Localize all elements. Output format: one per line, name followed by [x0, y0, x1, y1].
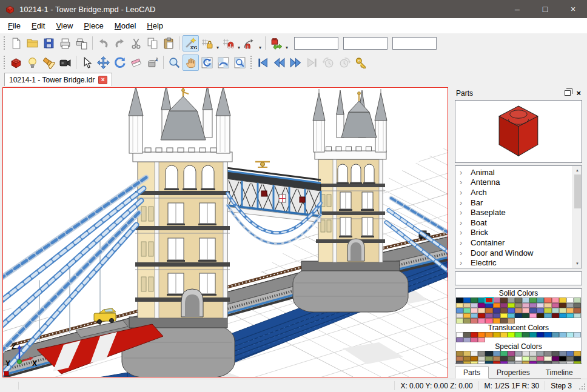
color-swatch[interactable] — [478, 318, 485, 324]
color-swatch[interactable] — [478, 351, 485, 356]
new-file-button[interactable] — [8, 35, 24, 51]
color-swatch[interactable] — [515, 297, 522, 303]
color-swatch[interactable] — [456, 297, 463, 303]
color-swatch[interactable] — [485, 332, 492, 337]
paste-button[interactable] — [161, 35, 177, 51]
color-swatch[interactable] — [485, 313, 492, 319]
color-swatch[interactable] — [537, 303, 544, 308]
zoom-button[interactable] — [166, 55, 183, 71]
category-brick[interactable]: ›Brick — [455, 228, 582, 238]
color-swatch[interactable] — [559, 332, 566, 337]
color-swatch[interactable] — [529, 297, 537, 303]
close-button[interactable]: × — [559, 0, 587, 18]
color-swatch[interactable] — [552, 308, 559, 313]
select-button[interactable] — [79, 55, 95, 71]
pan-button[interactable] — [183, 55, 199, 71]
color-swatch[interactable] — [478, 303, 485, 308]
category-baseplate[interactable]: ›Baseplate — [455, 207, 582, 218]
color-swatch[interactable] — [485, 318, 492, 324]
color-swatch[interactable] — [471, 351, 478, 356]
color-swatch[interactable] — [552, 313, 559, 319]
save-button[interactable] — [41, 35, 57, 51]
color-swatch[interactable] — [500, 308, 508, 313]
color-swatch[interactable] — [478, 332, 485, 337]
delete-button[interactable] — [128, 55, 144, 71]
color-swatch[interactable] — [522, 297, 529, 303]
color-swatch[interactable] — [566, 332, 574, 337]
color-swatch[interactable] — [515, 308, 522, 313]
paint-button[interactable] — [144, 55, 161, 71]
color-swatch[interactable] — [471, 337, 478, 343]
color-swatch[interactable] — [529, 332, 537, 337]
spotlight-button[interactable] — [41, 55, 57, 71]
color-swatch[interactable] — [566, 313, 574, 319]
category-antenna[interactable]: ›Antenna — [455, 178, 582, 188]
color-swatch[interactable] — [552, 356, 559, 362]
color-swatch[interactable] — [493, 356, 500, 362]
color-swatch[interactable] — [471, 332, 478, 337]
color-swatch[interactable] — [508, 313, 515, 319]
color-swatch[interactable] — [463, 351, 471, 356]
color-swatch[interactable] — [559, 308, 566, 313]
scroll-up-icon[interactable]: ▲ — [573, 166, 582, 174]
color-swatch[interactable] — [508, 351, 515, 356]
color-swatch[interactable] — [566, 308, 574, 313]
color-swatch[interactable] — [463, 332, 471, 337]
color-swatch[interactable] — [574, 313, 581, 319]
print-preview-button[interactable] — [73, 35, 90, 51]
color-swatch[interactable] — [508, 361, 515, 364]
color-swatch[interactable] — [559, 297, 566, 303]
tab-close-icon[interactable]: × — [98, 76, 107, 84]
roll-button[interactable] — [215, 55, 232, 71]
color-swatch[interactable] — [500, 351, 508, 356]
color-swatch[interactable] — [537, 332, 544, 337]
copy-button[interactable] — [144, 35, 161, 51]
category-boat[interactable]: ›Boat — [455, 218, 582, 228]
color-swatch[interactable] — [566, 356, 574, 362]
move-snap-button[interactable]: ▾ — [220, 35, 236, 51]
color-swatch[interactable] — [574, 351, 581, 356]
color-swatch[interactable] — [463, 313, 471, 319]
color-swatch[interactable] — [493, 303, 500, 308]
minimize-button[interactable]: – — [503, 0, 531, 18]
color-swatch[interactable] — [456, 332, 463, 337]
color-swatch[interactable] — [566, 303, 574, 308]
rotate-button[interactable] — [112, 55, 128, 71]
color-swatch[interactable] — [515, 361, 522, 364]
color-swatch[interactable] — [544, 361, 551, 364]
color-swatch[interactable] — [463, 337, 471, 343]
float-panel-icon[interactable] — [565, 90, 571, 96]
color-swatch[interactable] — [485, 356, 492, 362]
transform-input-y[interactable] — [343, 37, 387, 50]
color-swatch[interactable] — [478, 308, 485, 313]
color-swatch[interactable] — [456, 308, 463, 313]
color-swatch[interactable] — [552, 351, 559, 356]
color-swatch[interactable] — [537, 308, 544, 313]
color-swatch[interactable] — [478, 297, 485, 303]
color-swatch[interactable] — [552, 361, 559, 364]
color-swatch[interactable] — [500, 361, 508, 364]
color-swatch[interactable] — [544, 332, 551, 337]
toolbar-grip[interactable] — [4, 36, 5, 50]
color-swatch[interactable] — [500, 356, 508, 362]
menu-edit[interactable]: Edit — [26, 20, 50, 32]
color-swatch[interactable] — [522, 361, 529, 364]
color-swatch[interactable] — [529, 303, 537, 308]
category-animal[interactable]: ›Animal — [455, 167, 582, 178]
open-button[interactable] — [24, 35, 41, 51]
color-swatch[interactable] — [463, 303, 471, 308]
color-swatch[interactable] — [515, 332, 522, 337]
dock-tab-timeline[interactable]: Timeline — [538, 367, 581, 379]
color-swatch[interactable] — [515, 303, 522, 308]
color-swatch[interactable] — [500, 313, 508, 319]
dock-tab-properties[interactable]: Properties — [489, 367, 538, 379]
color-swatch[interactable] — [574, 356, 581, 362]
color-swatch[interactable] — [471, 361, 478, 364]
color-swatch[interactable] — [559, 303, 566, 308]
resize-grip[interactable] — [577, 379, 587, 392]
color-swatch[interactable] — [559, 313, 566, 319]
insert-piece-button[interactable] — [8, 55, 24, 71]
color-swatch[interactable] — [529, 351, 537, 356]
toolbar-grip[interactable] — [4, 56, 5, 69]
color-swatch[interactable] — [522, 313, 529, 319]
